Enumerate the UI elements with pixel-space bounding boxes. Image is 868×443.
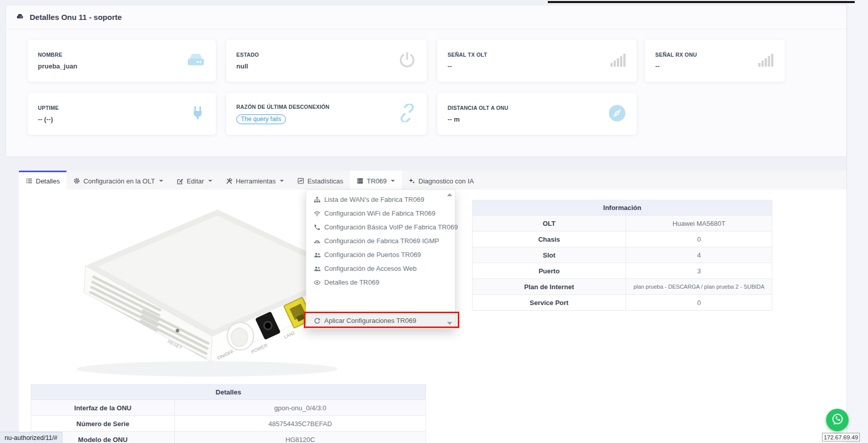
power-label: POWER <box>251 342 269 355</box>
card-label: SEÑAL RX ONU <box>655 52 697 58</box>
menu-item-detalles-tr069[interactable]: Detalles de TR069 <box>306 275 455 289</box>
table-header: Detalles <box>31 385 426 400</box>
menu-item-lista-wans[interactable]: Lista de WAN's de Fabrica TR069 <box>306 193 455 206</box>
caret-down-icon <box>391 180 395 182</box>
caret-down-icon <box>208 180 212 182</box>
edit-icon <box>176 177 184 184</box>
card-uptime: UPTIME-- (--) <box>28 93 216 135</box>
card-label: SEÑAL TX OLT <box>448 52 487 58</box>
scroll-down-icon[interactable] <box>447 322 452 325</box>
signal-bars-icon <box>608 51 627 71</box>
menu-item-label: Configuración WiFi de Fabrica TR069 <box>324 209 435 217</box>
table-row: Plan de Internetplan prueba - DESCARGA /… <box>473 279 772 295</box>
wifi-icon <box>314 210 321 217</box>
tab-configuracion-olt[interactable]: Configuración en la OLT <box>66 171 170 190</box>
card-senal-rx-onu: SEÑAL RX ONU-- <box>645 40 785 82</box>
informacion-table: Información OLTHuawei MA5680T Chasis0 Sl… <box>472 200 772 311</box>
table-header: Información <box>473 200 772 216</box>
card-label: DISTANCIA OLT A ONU <box>448 105 508 111</box>
tab-bar: Detalles Configuración en la OLT Editar … <box>19 171 847 190</box>
card-senal-tx-olt: SEÑAL TX OLT-- <box>437 40 637 82</box>
menu-item-label: Configuración de Accesos Web <box>324 265 416 272</box>
table-row: Chasis0 <box>473 231 772 247</box>
table-row: Puerto3 <box>473 263 772 279</box>
caret-down-icon <box>280 180 284 182</box>
users-icon <box>314 251 321 259</box>
page-title: Detalles Onu 11 - soporte <box>30 13 122 21</box>
tab-herramientas[interactable]: Herramientas <box>219 171 291 190</box>
query-fails-badge: The query fails <box>236 114 286 124</box>
refresh-icon <box>314 317 321 324</box>
card-value: prueba_juan <box>38 62 77 70</box>
card-nombre: NOMBREprueba_juan <box>28 40 216 82</box>
black-line-decoration <box>548 1 855 3</box>
igloo-icon <box>314 238 321 245</box>
reset-pinhole <box>176 329 180 333</box>
tab-label: Diagnostico con IA <box>418 177 474 185</box>
phone-icon <box>314 224 321 231</box>
browser-status-bar: nu-authorized/11/# <box>0 432 62 443</box>
sitemap-icon <box>314 196 321 203</box>
table-row: OLTHuawei MA5680T <box>473 216 772 231</box>
card-value: -- <box>655 62 697 70</box>
menu-item-label: Detalles de TR069 <box>324 278 379 286</box>
router-icon <box>186 50 206 72</box>
menu-item-label: Configuración de Puertos TR069 <box>324 251 421 259</box>
server-icon <box>357 177 364 184</box>
menu-item-aplicar-config[interactable]: Aplicar Configuraciones TR069 <box>306 314 455 328</box>
sparkles-icon <box>408 177 415 184</box>
chart-icon <box>297 177 304 184</box>
menu-item-label: Lista de WAN's de Fabrica TR069 <box>324 196 424 203</box>
power-icon <box>398 51 416 71</box>
table-row: Modelo de ONUHG8120C <box>31 432 426 443</box>
tab-label: Editar <box>187 177 204 185</box>
compass-icon <box>608 104 627 125</box>
hdd-icon <box>16 13 25 21</box>
lan2-label: LAN2 <box>283 330 296 340</box>
card-value: -- (--) <box>38 115 59 123</box>
menu-item-config-puertos[interactable]: Configuración de Puertos TR069 <box>306 248 455 262</box>
card-razon-desconexion: RAZÓN DE ÚLTIMA DESCONEXIÓNThe query fai… <box>226 93 427 135</box>
tab-label: Configuración en la OLT <box>83 177 155 185</box>
card-label: NOMBRE <box>38 52 77 58</box>
menu-item-label: Configuración Básica VoIP de Fabrica TR0… <box>324 223 458 231</box>
table-row: Número de Serie485754435C7BEFAD <box>31 416 426 432</box>
tools-icon <box>226 177 233 184</box>
caret-down-icon <box>159 180 163 182</box>
card-value: -- <box>448 62 487 70</box>
tab-estadisticas[interactable]: Estadísticas <box>291 171 350 190</box>
card-value: null <box>236 62 259 70</box>
page-header: Detalles Onu 11 - soporte <box>6 6 847 29</box>
menu-item-config-igmp[interactable]: Configuración de Fabrica TR069 IGMP <box>306 234 455 248</box>
unlink-icon <box>398 104 416 124</box>
tr069-dropdown-menu: Lista de WAN's de Fabrica TR069 Configur… <box>306 190 455 329</box>
signal-bars-icon <box>756 51 774 71</box>
tab-editar[interactable]: Editar <box>170 171 219 190</box>
menu-item-label: Configuración de Fabrica TR069 IGMP <box>324 237 439 245</box>
scrollbar-gutter[interactable] <box>847 0 868 443</box>
tab-label: Herramientas <box>236 177 276 185</box>
plug-icon <box>190 105 206 123</box>
status-url: nu-authorized/11/# <box>5 434 57 441</box>
tab-label: Estadísticas <box>307 177 343 185</box>
ip-tooltip: 172.67.69.49 <box>822 433 860 441</box>
users-icon <box>314 265 321 272</box>
detalles-table: Detalles Interfaz de la ONUgpon-onu_0/4/… <box>31 384 426 443</box>
tab-tr069[interactable]: TR069 <box>350 171 402 190</box>
menu-item-config-wifi[interactable]: Configuración WiFi de Fabrica TR069 <box>306 206 455 220</box>
tab-detalles[interactable]: Detalles <box>19 171 66 190</box>
scroll-up-icon[interactable] <box>447 193 452 196</box>
table-row: Interfaz de la ONUgpon-onu_0/4/3:0 <box>31 400 426 416</box>
list-icon <box>26 177 33 184</box>
menu-item-config-voip[interactable]: Configuración Básica VoIP de Fabrica TR0… <box>306 220 455 234</box>
tab-diagnostico-ia[interactable]: Diagnostico con IA <box>402 171 480 190</box>
tab-label: Detalles <box>36 177 60 185</box>
card-label: RAZÓN DE ÚLTIMA DESCONEXIÓN <box>236 104 329 110</box>
card-label: UPTIME <box>38 105 59 111</box>
card-value: -- m <box>448 115 508 123</box>
whatsapp-icon <box>831 412 844 428</box>
table-row: Service Port0 <box>473 295 772 311</box>
tab-label: TR069 <box>367 177 387 185</box>
whatsapp-button[interactable] <box>826 409 849 431</box>
menu-item-config-accesos[interactable]: Configuración de Accesos Web <box>306 262 455 275</box>
